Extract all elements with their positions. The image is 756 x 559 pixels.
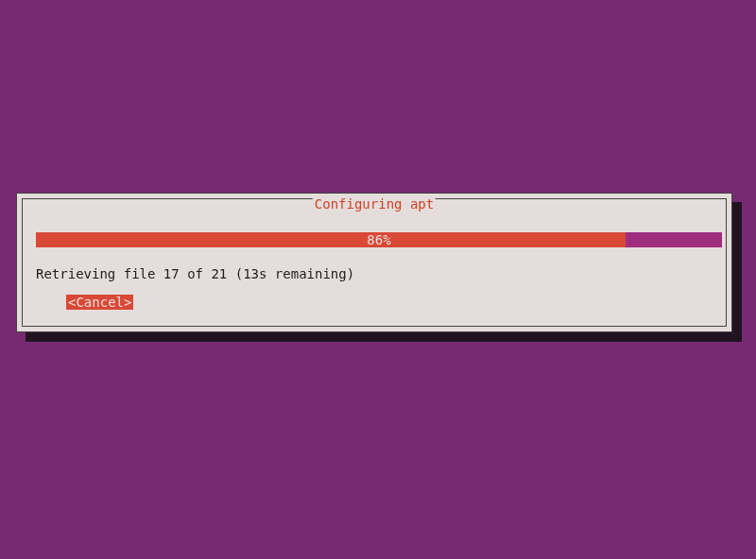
configuring-apt-dialog: Configuring apt 86% Retrieving file 17 o…	[16, 193, 732, 332]
status-text: Retrieving file 17 of 21 (13s remaining)	[36, 265, 354, 282]
cancel-button[interactable]: <Cancel>	[66, 295, 133, 310]
dialog-title: Configuring apt	[313, 196, 436, 212]
progress-bar: 86%	[36, 232, 722, 247]
progress-percent: 86%	[36, 232, 722, 247]
dialog-border: Configuring apt 86% Retrieving file 17 o…	[22, 198, 727, 327]
